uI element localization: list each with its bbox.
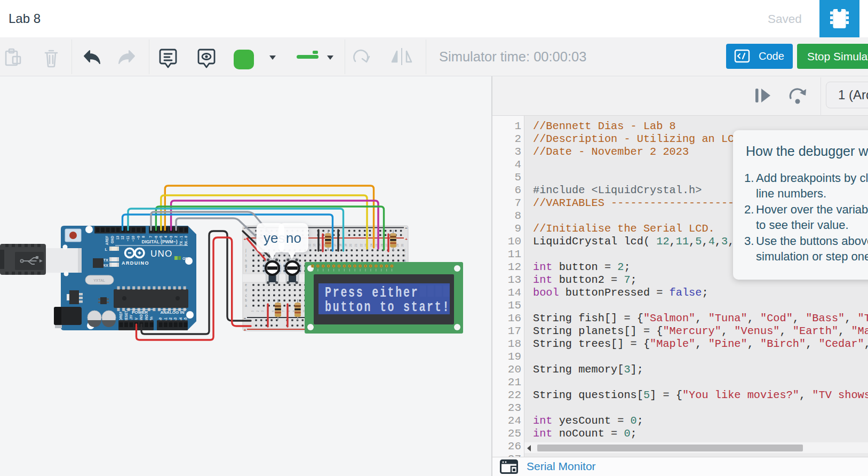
svg-text:7: 7 xyxy=(282,310,285,312)
svg-text:+: + xyxy=(405,237,408,242)
svg-text:YXTAL: YXTAL xyxy=(93,279,105,282)
svg-text:5: 5 xyxy=(272,310,275,312)
svg-text:26: 26 xyxy=(380,244,384,247)
svg-text:17: 17 xyxy=(333,244,337,247)
svg-text:a: a xyxy=(245,304,247,307)
svg-text:d: d xyxy=(245,288,247,292)
svg-text:~11: ~11 xyxy=(126,236,130,242)
svg-text:ON: ON xyxy=(182,257,188,260)
svg-text:g: g xyxy=(245,264,247,268)
svg-text:~9: ~9 xyxy=(137,236,140,240)
svg-text:f: f xyxy=(245,269,246,273)
svg-text:i: i xyxy=(245,253,246,257)
svg-text:Press either: Press either xyxy=(325,284,419,301)
svg-text:GND: GND xyxy=(110,236,114,243)
svg-text:L: L xyxy=(105,247,107,252)
svg-text:−: − xyxy=(405,226,408,231)
svg-text:24: 24 xyxy=(370,244,373,247)
svg-text:4: 4 xyxy=(164,236,168,238)
svg-text:i: i xyxy=(404,253,405,257)
svg-text:AREF: AREF xyxy=(105,236,109,245)
svg-text:DIGITAL (PWM~): DIGITAL (PWM~) xyxy=(142,239,178,244)
svg-text:button to start!: button to start! xyxy=(325,299,450,315)
svg-text:21: 21 xyxy=(354,244,357,247)
svg-text:30: 30 xyxy=(401,244,404,247)
svg-text:TX→1: TX→1 xyxy=(179,236,183,245)
svg-text:13: 13 xyxy=(116,236,120,240)
svg-text:h: h xyxy=(245,259,247,263)
svg-text:POWER: POWER xyxy=(132,310,148,315)
svg-text:j: j xyxy=(245,248,246,252)
svg-text:12: 12 xyxy=(121,236,124,240)
svg-text:2: 2 xyxy=(256,310,259,312)
svg-text:j: j xyxy=(404,248,405,252)
svg-text:~10: ~10 xyxy=(131,236,135,242)
svg-text:19: 19 xyxy=(344,244,347,247)
svg-text:ARDUINO: ARDUINO xyxy=(122,260,149,266)
svg-text:3: 3 xyxy=(261,310,264,312)
svg-text:7: 7 xyxy=(149,236,153,238)
svg-text:TX: TX xyxy=(103,258,108,263)
svg-text:13: 13 xyxy=(313,244,316,247)
svg-text:h: h xyxy=(404,259,406,263)
svg-text:ANALOG IN: ANALOG IN xyxy=(161,310,185,315)
svg-text:UNO: UNO xyxy=(150,249,172,259)
svg-text:18: 18 xyxy=(339,244,342,247)
svg-text:+: + xyxy=(244,237,246,242)
svg-text:no: no xyxy=(286,230,301,246)
svg-text:+: + xyxy=(244,328,246,332)
svg-text:e: e xyxy=(245,283,247,287)
svg-text:RX←0: RX←0 xyxy=(184,236,188,246)
svg-text:22: 22 xyxy=(360,244,363,247)
svg-text:RX: RX xyxy=(103,263,108,268)
svg-text:20: 20 xyxy=(349,244,352,247)
svg-text:2: 2 xyxy=(174,236,178,238)
svg-text:RESET: RESET xyxy=(124,311,128,322)
svg-text:1: 1 xyxy=(251,310,254,312)
svg-text:b: b xyxy=(245,298,247,302)
svg-text:8: 8 xyxy=(141,236,145,238)
